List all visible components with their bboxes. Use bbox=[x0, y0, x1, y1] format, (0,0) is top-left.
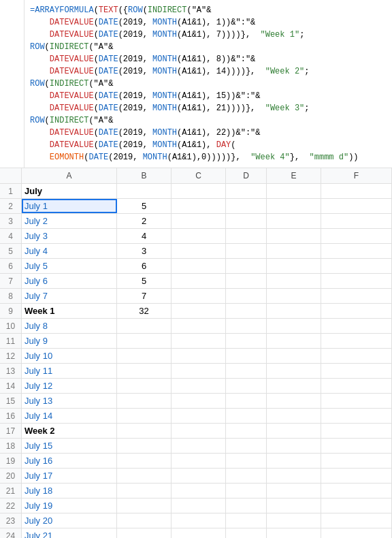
cell-a[interactable]: July bbox=[22, 184, 117, 198]
cell-c[interactable] bbox=[172, 528, 226, 538]
cell-c[interactable] bbox=[172, 259, 226, 273]
table-row[interactable]: 18 July 15 bbox=[0, 439, 392, 454]
cell-a[interactable]: July 16 bbox=[22, 454, 117, 468]
cell-f[interactable] bbox=[321, 513, 392, 528]
cell-b[interactable]: 6 bbox=[117, 259, 172, 273]
cell-e[interactable] bbox=[267, 499, 321, 513]
col-header-c[interactable]: C bbox=[172, 168, 226, 183]
cell-d[interactable] bbox=[226, 469, 267, 483]
cell-a[interactable]: July 5 bbox=[22, 259, 117, 273]
cell-b[interactable] bbox=[117, 439, 172, 453]
cell-a[interactable]: July 11 bbox=[22, 364, 117, 378]
cell-e[interactable] bbox=[267, 199, 321, 213]
cell-f[interactable] bbox=[321, 394, 392, 408]
cell-b[interactable] bbox=[117, 349, 172, 363]
col-header-b[interactable]: B bbox=[117, 168, 172, 183]
cell-d[interactable] bbox=[226, 499, 267, 513]
cell-d[interactable] bbox=[226, 199, 267, 213]
cell-b[interactable] bbox=[117, 379, 172, 393]
cell-b[interactable] bbox=[117, 469, 172, 483]
table-row[interactable]: 11 July 9 bbox=[0, 334, 392, 349]
cell-e[interactable] bbox=[267, 454, 321, 468]
cell-b[interactable] bbox=[117, 319, 172, 333]
cell-d[interactable] bbox=[226, 214, 267, 228]
table-row[interactable]: 1 July bbox=[0, 184, 392, 199]
cell-b[interactable] bbox=[117, 334, 172, 348]
table-row[interactable]: 24 July 21 bbox=[0, 528, 392, 538]
cell-e[interactable] bbox=[267, 364, 321, 378]
cell-c[interactable] bbox=[172, 214, 226, 228]
cell-c[interactable] bbox=[172, 499, 226, 513]
cell-e[interactable] bbox=[267, 304, 321, 318]
cell-e[interactable] bbox=[267, 409, 321, 423]
cell-e[interactable] bbox=[267, 484, 321, 498]
cell-d[interactable] bbox=[226, 484, 267, 498]
cell-d[interactable] bbox=[226, 334, 267, 348]
cell-d[interactable] bbox=[226, 379, 267, 393]
cell-e[interactable] bbox=[267, 334, 321, 348]
cell-d[interactable] bbox=[226, 229, 267, 243]
cell-a[interactable]: July 8 bbox=[22, 319, 117, 333]
table-row[interactable]: 10 July 8 bbox=[0, 319, 392, 334]
cell-d[interactable] bbox=[226, 394, 267, 408]
table-row[interactable]: 6 July 5 6 bbox=[0, 259, 392, 274]
formula-content[interactable]: =ARRAYFORMULA(TEXT({ROW(INDIRECT("A"& DA… bbox=[24, 0, 392, 168]
cell-a[interactable]: July 6 bbox=[22, 274, 117, 288]
cell-b[interactable]: 5 bbox=[117, 274, 172, 288]
cell-c[interactable] bbox=[172, 513, 226, 528]
cell-c[interactable] bbox=[172, 274, 226, 288]
cell-b[interactable] bbox=[117, 528, 172, 538]
cell-c[interactable] bbox=[172, 484, 226, 498]
cell-d[interactable] bbox=[226, 454, 267, 468]
cell-e[interactable] bbox=[267, 394, 321, 408]
cell-b[interactable] bbox=[117, 424, 172, 438]
cell-c[interactable] bbox=[172, 184, 226, 198]
cell-a[interactable]: July 21 bbox=[22, 528, 117, 538]
cell-c[interactable] bbox=[172, 349, 226, 363]
cell-f[interactable] bbox=[321, 528, 392, 538]
cell-e[interactable] bbox=[267, 259, 321, 273]
cell-c[interactable] bbox=[172, 334, 226, 348]
cell-a[interactable]: July 1 bbox=[22, 199, 117, 213]
cell-e[interactable] bbox=[267, 379, 321, 393]
cell-f[interactable] bbox=[321, 379, 392, 393]
col-header-a[interactable]: A bbox=[22, 168, 117, 183]
table-row[interactable]: 5 July 4 3 bbox=[0, 244, 392, 259]
cell-e[interactable] bbox=[267, 184, 321, 198]
cell-f[interactable] bbox=[321, 319, 392, 333]
cell-c[interactable] bbox=[172, 319, 226, 333]
cell-e[interactable] bbox=[267, 274, 321, 288]
cell-a[interactable]: Week 1 bbox=[22, 304, 117, 318]
table-row[interactable]: 16 July 14 bbox=[0, 409, 392, 424]
table-row[interactable]: 8 July 7 7 bbox=[0, 289, 392, 304]
cell-b[interactable] bbox=[117, 484, 172, 498]
cell-f[interactable] bbox=[321, 364, 392, 378]
cell-f[interactable] bbox=[321, 454, 392, 468]
table-row[interactable]: 23 July 20 bbox=[0, 513, 392, 528]
cell-c[interactable] bbox=[172, 289, 226, 303]
table-row[interactable]: 2 July 1 5 bbox=[0, 199, 392, 214]
cell-d[interactable] bbox=[226, 528, 267, 538]
cell-b[interactable] bbox=[117, 409, 172, 423]
cell-a[interactable]: July 17 bbox=[22, 469, 117, 483]
cell-d[interactable] bbox=[226, 274, 267, 288]
cell-e[interactable] bbox=[267, 214, 321, 228]
cell-a[interactable]: July 14 bbox=[22, 409, 117, 423]
cell-d[interactable] bbox=[226, 319, 267, 333]
cell-f[interactable] bbox=[321, 229, 392, 243]
cell-b[interactable] bbox=[117, 513, 172, 528]
cell-d[interactable] bbox=[226, 289, 267, 303]
cell-e[interactable] bbox=[267, 469, 321, 483]
table-row[interactable]: 21 July 18 bbox=[0, 484, 392, 499]
cell-d[interactable] bbox=[226, 513, 267, 528]
cell-a[interactable]: July 15 bbox=[22, 439, 117, 453]
cell-c[interactable] bbox=[172, 409, 226, 423]
cell-c[interactable] bbox=[172, 424, 226, 438]
cell-d[interactable] bbox=[226, 409, 267, 423]
cell-c[interactable] bbox=[172, 304, 226, 318]
col-header-f[interactable]: F bbox=[321, 168, 392, 183]
cell-f[interactable] bbox=[321, 304, 392, 318]
table-row[interactable]: 3 July 2 2 bbox=[0, 214, 392, 229]
cell-a[interactable]: July 7 bbox=[22, 289, 117, 303]
col-header-e[interactable]: E bbox=[267, 168, 321, 183]
